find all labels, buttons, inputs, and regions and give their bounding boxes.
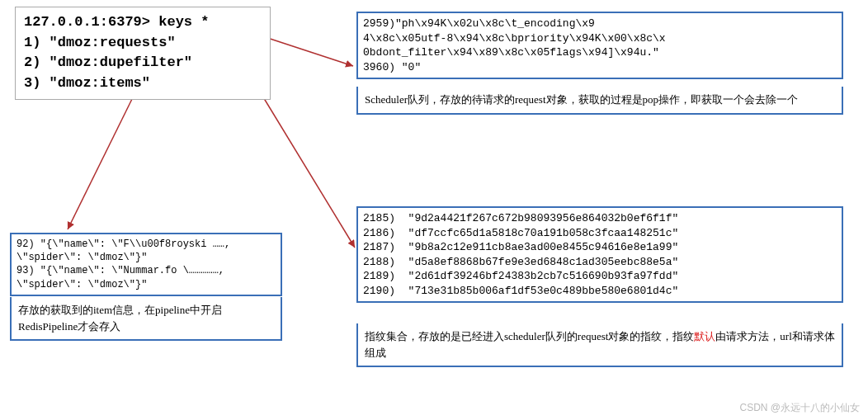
watermark-text: CSDN @永远十八的小仙女 [739,401,860,415]
svg-line-2 [68,99,132,229]
redis-keys-box: 127.0.0.1:6379> keys * 1) "dmoz:requests… [15,7,271,100]
scheduler-code-box: 2959)"ph\x94K\x02u\x8c\t_encoding\x9 4\x… [356,12,843,79]
scheduler-desc-text: Scheduler队列，存放的待请求的request对象，获取的过程是pop操作… [365,93,798,106]
scheduler-desc-box: Scheduler队列，存放的待请求的request对象，获取的过程是pop操作… [356,87,843,115]
fingerprint-desc-highlight: 默认 [694,330,715,342]
fingerprint-code-box: 2185) "9d2a4421f267c672b98093956e864032b… [356,206,843,303]
fingerprint-desc-box: 指纹集合，存放的是已经进入scheduler队列的request对象的指纹，指纹… [356,323,843,367]
fingerprint-desc-pre: 指纹集合，存放的是已经进入scheduler队列的request对象的指纹，指纹 [365,330,694,342]
items-desc-text: 存放的获取到的item信息，在pipeline中开启RedisPipeline才… [18,304,222,333]
items-desc-box: 存放的获取到的item信息，在pipeline中开启RedisPipeline才… [10,297,282,341]
items-code-box: 92) "{\"name\": \"F\\u00f8royski ……, \"s… [10,233,282,296]
